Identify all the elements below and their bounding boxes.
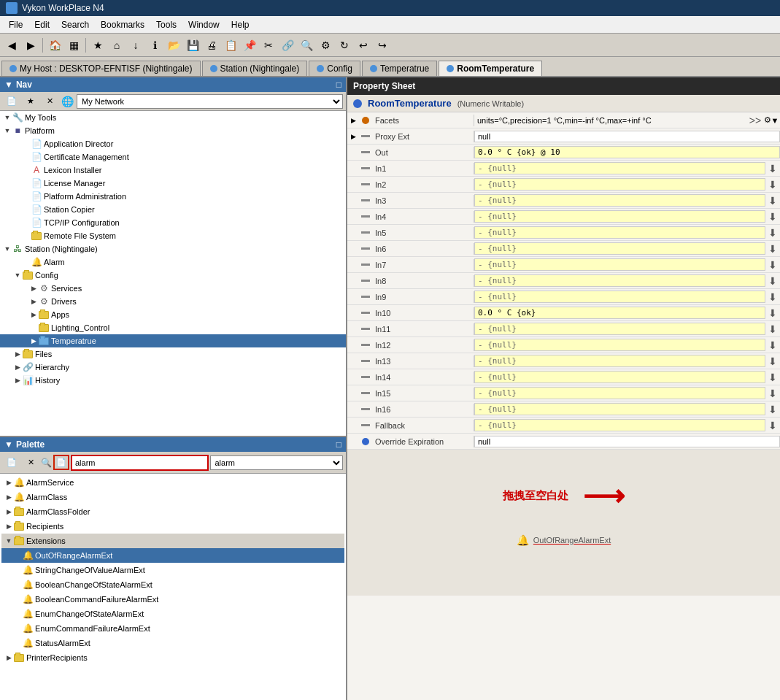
in15-value[interactable]: - {null} xyxy=(474,387,765,399)
out-value[interactable]: 0.0 ° C {ok} @ 10 xyxy=(474,146,780,158)
palette-maximize-icon[interactable]: □ xyxy=(336,439,341,450)
tree-item-apps[interactable]: ▶ Apps xyxy=(0,308,346,321)
tree-item-platformadmin[interactable]: 📄 Platform Administration xyxy=(0,190,346,203)
in13-value[interactable]: - {null} xyxy=(474,355,765,367)
tree-item-mytools[interactable]: ▼ 🔧 My Tools xyxy=(0,111,346,124)
hierarchy-expander[interactable]: ▶ xyxy=(13,363,22,372)
in5-value[interactable]: - {null} xyxy=(474,226,765,239)
drop-zone[interactable]: 拖拽至空白处 ⟶ 🔔 OutOfRangeAlarmExt xyxy=(347,450,780,596)
palette-item-alarmservice[interactable]: ▶ 🔔 AlarmService xyxy=(1,475,344,490)
tree-item-licensemgr[interactable]: 📄 License Manager xyxy=(0,177,346,190)
save-button[interactable]: 💾 xyxy=(184,36,201,54)
palette-item-enumchange[interactable]: 🔔 EnumChangeOfStateAlarmExt xyxy=(1,607,344,621)
tree-item-config[interactable]: ▼ Config xyxy=(0,269,346,282)
in4-value[interactable]: - {null} xyxy=(474,210,765,223)
back-button[interactable]: ◀ xyxy=(3,36,20,54)
config-expander[interactable]: ▼ xyxy=(13,271,22,280)
tab-temperatrue[interactable]: Temperatrue xyxy=(362,61,437,76)
in7-value[interactable]: - {null} xyxy=(474,258,765,271)
tree-item-drivers[interactable]: ▶ ⚙ Drivers xyxy=(0,295,346,308)
link-button[interactable]: 🔗 xyxy=(279,36,296,54)
palette-item-boolchange[interactable]: 🔔 BooleanChangeOfStateAlarmExt xyxy=(1,577,344,592)
facets-arrow[interactable]: >> xyxy=(748,115,762,126)
platform-expander[interactable]: ▼ xyxy=(3,126,12,135)
tree-item-history[interactable]: ▶ 📊 History xyxy=(0,374,346,387)
in6-value[interactable]: - {null} xyxy=(474,242,765,255)
tab-myhost[interactable]: My Host : DESKTOP-EFNTISF (Nightingale) xyxy=(1,61,201,76)
menu-file[interactable]: File xyxy=(3,18,28,31)
connect-button[interactable]: ⚙ xyxy=(317,36,334,54)
tree-item-station[interactable]: ▼ 🖧 Station (Nightingale) xyxy=(0,242,346,255)
house2-button[interactable]: ⌂ xyxy=(108,36,126,54)
info-button[interactable]: ℹ xyxy=(146,36,163,54)
tab-roomtemp[interactable]: RoomTemperature xyxy=(439,61,542,76)
recipients-expander[interactable]: ▶ xyxy=(4,522,13,531)
tree-item-tcpip[interactable]: 📄 TCP/IP Configuration xyxy=(0,216,346,229)
in10-value[interactable]: 0.0 ° C {ok} xyxy=(474,307,765,319)
services-expander[interactable]: ▶ xyxy=(29,284,38,293)
palette-item-recipients[interactable]: ▶ Recipients xyxy=(1,519,344,534)
temperatrue-expander[interactable]: ▶ xyxy=(29,336,38,345)
in8-value[interactable]: - {null} xyxy=(474,274,765,287)
palette-close-button[interactable]: ✕ xyxy=(22,454,39,472)
tab-station[interactable]: Station (Nightingale) xyxy=(202,61,308,76)
proxyext-expander[interactable]: ▶ xyxy=(347,133,359,140)
palette-item-alarmclassfolder[interactable]: ▶ AlarmClassFolder xyxy=(1,504,344,519)
forward-button[interactable]: ▶ xyxy=(22,36,39,54)
facets-action[interactable]: ⚙ ▼ xyxy=(762,115,780,125)
drivers-expander[interactable]: ▶ xyxy=(29,297,38,306)
nav-maximize-icon[interactable]: □ xyxy=(336,80,341,90)
tree-item-files[interactable]: ▶ Files xyxy=(0,347,346,361)
extensions-expander[interactable]: ▼ xyxy=(4,536,13,545)
in11-value[interactable]: - {null} xyxy=(474,323,765,335)
station-expander[interactable]: ▼ xyxy=(3,245,12,253)
in12-value[interactable]: - {null} xyxy=(474,339,765,351)
palette-module-dropdown[interactable]: alarm xyxy=(210,455,344,470)
paste-button[interactable]: 📌 xyxy=(241,36,258,54)
palette-item-printerrecipients[interactable]: ▶ PrinterRecipients xyxy=(1,650,344,665)
nav-bookmark-button[interactable]: ★ xyxy=(22,93,39,110)
tree-item-remotefs[interactable]: Remote File System xyxy=(0,229,346,242)
history-expander[interactable]: ▶ xyxy=(13,376,22,385)
in1-value[interactable]: - {null} xyxy=(474,162,765,174)
nav-new-button[interactable]: 📄 xyxy=(3,93,20,110)
tree-item-temperatrue[interactable]: ▶ Temperatrue xyxy=(0,334,346,347)
alarmservice-expander[interactable]: ▶ xyxy=(4,478,13,487)
cut-button[interactable]: ✂ xyxy=(260,36,277,54)
copy-button[interactable]: 📋 xyxy=(222,36,239,54)
apps-expander[interactable]: ▶ xyxy=(29,310,38,319)
alarmclassfolder-expander[interactable]: ▶ xyxy=(4,507,13,516)
palette-item-boolcmd[interactable]: 🔔 BooleanCommandFailureAlarmExt xyxy=(1,592,344,607)
menu-tools[interactable]: Tools xyxy=(150,18,182,31)
mytools-expander[interactable]: ▼ xyxy=(3,113,12,122)
menu-edit[interactable]: Edit xyxy=(28,18,55,31)
tree-item-lighting[interactable]: Lighting_Control xyxy=(0,321,346,334)
palette-new-button[interactable]: 📄 xyxy=(3,454,20,472)
refresh-button[interactable]: ↻ xyxy=(336,36,353,54)
palette-item-enumcmd[interactable]: 🔔 EnumCommandFailureAlarmExt xyxy=(1,621,344,636)
printerrecipients-expander[interactable]: ▶ xyxy=(4,653,13,662)
facets-expander[interactable]: ▶ xyxy=(347,117,359,124)
in3-value[interactable]: - {null} xyxy=(474,194,765,207)
undo-button[interactable]: ↩ xyxy=(355,36,372,54)
fallback-value[interactable]: - {null} xyxy=(474,419,765,431)
tree-item-hierarchy[interactable]: ▶ 🔗 Hierarchy xyxy=(0,361,346,374)
print-button[interactable]: 🖨 xyxy=(203,36,220,54)
palette-item-outofrange[interactable]: 🔔 OutOfRangeAlarmExt xyxy=(1,548,344,563)
arrow-button[interactable]: ↓ xyxy=(127,36,144,54)
in9-value[interactable]: - {null} xyxy=(474,291,765,303)
menu-help[interactable]: Help xyxy=(225,18,255,31)
tree-item-certmgmt[interactable]: 📄 Certificate Management xyxy=(0,150,346,164)
menu-window[interactable]: Window xyxy=(182,18,225,31)
palette-item-stringchange[interactable]: 🔔 StringChangeOfValueAlarmExt xyxy=(1,563,344,577)
palette-item-statusalarme[interactable]: 🔔 StatusAlarmExt xyxy=(1,636,344,650)
menu-search[interactable]: Search xyxy=(55,18,95,31)
folder-button[interactable]: 📂 xyxy=(165,36,182,54)
tree-item-lexicon[interactable]: A Lexicon Installer xyxy=(0,164,346,177)
alarmclass-expander[interactable]: ▶ xyxy=(4,493,13,501)
home-button[interactable]: 🏠 xyxy=(46,36,63,54)
palette-item-extensions[interactable]: ▼ Extensions xyxy=(1,534,344,548)
palette-item-alarmclass[interactable]: ▶ 🔔 AlarmClass xyxy=(1,490,344,504)
nav-dropdown[interactable]: My Network xyxy=(77,94,343,109)
magnify-button[interactable]: 🔍 xyxy=(298,36,315,54)
